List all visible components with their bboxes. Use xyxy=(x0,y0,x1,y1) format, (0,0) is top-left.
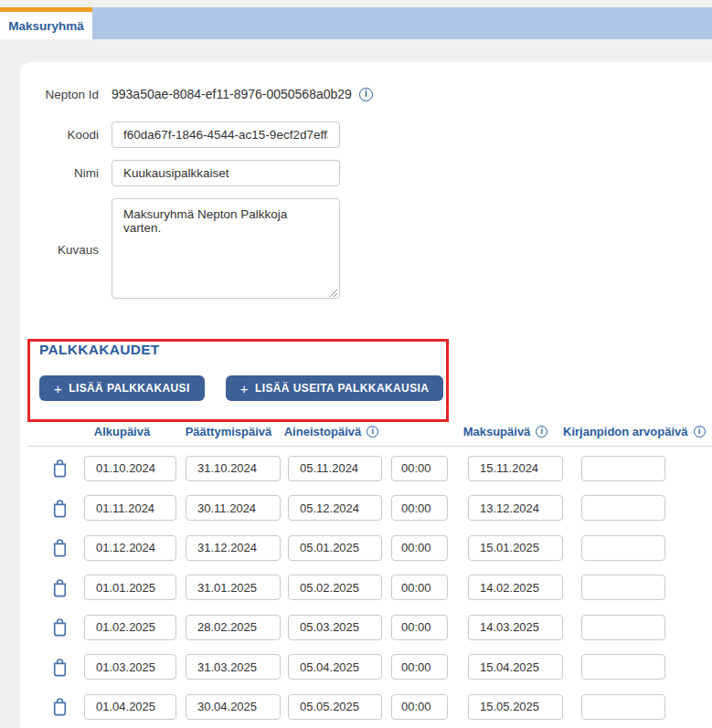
alkupaiva-input[interactable] xyxy=(84,575,176,600)
aineistopaiva-input[interactable] xyxy=(288,535,382,561)
trash-icon xyxy=(52,499,68,518)
alkupaiva-input[interactable] xyxy=(84,694,176,720)
alkupaiva-input[interactable] xyxy=(84,654,176,680)
maksupaiva-input[interactable] xyxy=(468,615,563,640)
maksupaiva-input[interactable] xyxy=(468,495,563,521)
maksupaiva-input[interactable] xyxy=(468,654,563,680)
maksupaiva-input[interactable] xyxy=(468,694,563,720)
palkkakaudet-buttons: + LISÄÄ PALKKAKAUSI + LISÄÄ USEITA PALKK… xyxy=(39,375,712,401)
info-icon[interactable]: i xyxy=(536,426,547,438)
delete-row-button[interactable] xyxy=(51,697,68,716)
paattymispaiva-input[interactable] xyxy=(186,694,281,720)
aineistopaiva-input[interactable] xyxy=(288,495,382,521)
kirjanpidon-arvopaiva-input[interactable] xyxy=(581,654,665,680)
paattymispaiva-input[interactable] xyxy=(186,456,281,481)
delete-row-button[interactable] xyxy=(51,658,68,677)
paattymispaiva-input[interactable] xyxy=(186,495,281,521)
koodi-input[interactable] xyxy=(112,121,340,148)
kirjanpidon-arvopaiva-input[interactable] xyxy=(581,456,665,481)
header-maksupaiva: Maksupäivä i xyxy=(448,425,563,438)
alkupaiva-input[interactable] xyxy=(84,615,176,640)
add-palkkakausi-button[interactable]: + LISÄÄ PALKKAKAUSI xyxy=(39,375,205,401)
aineistoaika-input[interactable] xyxy=(391,615,448,640)
delete-row-button[interactable] xyxy=(51,578,68,597)
info-icon[interactable]: i xyxy=(694,426,706,438)
trash-icon xyxy=(52,578,68,597)
add-multiple-palkkakausi-button[interactable]: + LISÄÄ USEITA PALKKAKAUSIA xyxy=(226,375,444,401)
table-row xyxy=(20,528,712,568)
header-paattymispaiva: Päättymispäivä xyxy=(176,425,281,438)
table-row xyxy=(20,448,712,489)
form-row-nimi: Nimi xyxy=(20,160,712,186)
trash-icon xyxy=(52,459,68,478)
plus-icon: + xyxy=(54,381,62,396)
trash-icon xyxy=(52,697,68,716)
paattymispaiva-input[interactable] xyxy=(186,615,281,640)
kirjanpidon-arvopaiva-input[interactable] xyxy=(581,575,665,600)
koodi-label: Koodi xyxy=(27,128,99,142)
trash-icon xyxy=(52,538,68,557)
kirjanpidon-arvopaiva-input[interactable] xyxy=(581,615,665,640)
maksupaiva-input[interactable] xyxy=(468,575,563,600)
delete-row-button[interactable] xyxy=(51,459,68,478)
form-row-koodi: Koodi xyxy=(20,121,712,148)
plus-icon: + xyxy=(240,381,249,396)
kirjanpidon-arvopaiva-input[interactable] xyxy=(581,535,665,561)
table-row xyxy=(20,489,712,529)
palkkakaudet-table: Alkupäivä Päättymispäivä Aineistopäivä i… xyxy=(20,424,712,727)
tab-maksuryhma[interactable]: Maksuryhmä xyxy=(0,7,92,39)
nimi-input[interactable] xyxy=(112,160,340,186)
info-icon[interactable]: i xyxy=(367,426,378,438)
table-divider xyxy=(27,446,712,447)
aineistoaika-input[interactable] xyxy=(391,575,448,600)
nimi-label: Nimi xyxy=(27,166,99,180)
delete-row-button[interactable] xyxy=(51,499,68,518)
nepton-id-label: Nepton Id xyxy=(27,88,99,101)
aineistopaiva-input[interactable] xyxy=(288,615,382,640)
maksupaiva-input[interactable] xyxy=(468,535,563,561)
form-row-nepton-id: Nepton Id 993a50ae-8084-ef11-8976-005056… xyxy=(20,79,712,110)
table-row xyxy=(20,568,712,608)
table-header-row: Alkupäivä Päättymispäivä Aineistopäivä i… xyxy=(20,424,712,438)
kuvaus-textarea[interactable]: Maksuryhmä Nepton Palkkoja varten. xyxy=(112,198,340,299)
maksupaiva-input[interactable] xyxy=(468,456,563,481)
table-row xyxy=(20,648,712,688)
main-panel: Nepton Id 993a50ae-8084-ef11-8976-005056… xyxy=(20,62,712,728)
alkupaiva-input[interactable] xyxy=(84,456,176,481)
kirjanpidon-arvopaiva-input[interactable] xyxy=(581,694,665,720)
table-row xyxy=(20,607,712,648)
aineistoaika-input[interactable] xyxy=(391,495,448,521)
aineistoaika-input[interactable] xyxy=(391,694,448,720)
table-row xyxy=(20,687,712,727)
tab-bar: Maksuryhmä xyxy=(0,7,712,39)
aineistopaiva-input[interactable] xyxy=(288,456,382,481)
paattymispaiva-input[interactable] xyxy=(186,654,281,680)
aineistopaiva-input[interactable] xyxy=(288,654,382,680)
nepton-id-value: 993a50ae-8084-ef11-8976-0050568a0b29 xyxy=(112,87,352,101)
alkupaiva-input[interactable] xyxy=(84,495,176,521)
info-icon[interactable]: i xyxy=(359,88,373,101)
trash-icon xyxy=(52,617,68,637)
paattymispaiva-input[interactable] xyxy=(186,575,281,600)
alkupaiva-input[interactable] xyxy=(84,535,176,561)
trash-icon xyxy=(52,658,68,677)
aineistoaika-input[interactable] xyxy=(391,535,448,561)
header-aineistopaiva: Aineistopäivä i xyxy=(281,425,382,438)
table-rows xyxy=(20,448,712,727)
kuvaus-label: Kuvaus xyxy=(27,243,99,257)
delete-row-button[interactable] xyxy=(51,617,68,637)
paattymispaiva-input[interactable] xyxy=(186,535,281,561)
header-alkupaiva: Alkupäivä xyxy=(68,425,176,438)
form-row-kuvaus: Kuvaus Maksuryhmä Nepton Palkkoja varten… xyxy=(20,198,712,301)
aineistoaika-input[interactable] xyxy=(391,456,448,481)
aineistoaika-input[interactable] xyxy=(391,654,448,680)
aineistopaiva-input[interactable] xyxy=(288,575,382,600)
tab-label: Maksuryhmä xyxy=(8,19,84,33)
kirjanpidon-arvopaiva-input[interactable] xyxy=(581,495,665,521)
aineistopaiva-input[interactable] xyxy=(288,694,382,720)
delete-row-button[interactable] xyxy=(51,538,68,557)
palkkakaudet-title: PALKKAKAUDET xyxy=(39,342,712,358)
header-kirjanpidon-arvopaiva: Kirjanpidon arvopäivä i xyxy=(563,425,694,438)
